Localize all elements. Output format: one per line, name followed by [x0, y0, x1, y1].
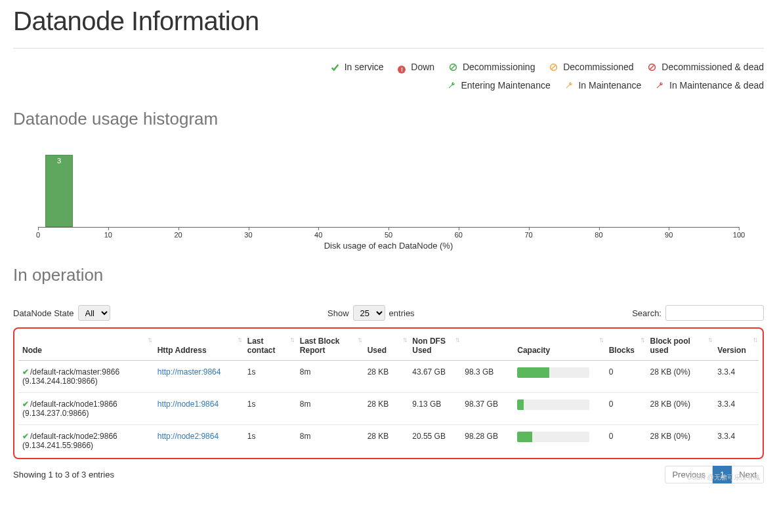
th-non-dfs-used[interactable]: Non DFS Used↑↓ — [408, 331, 461, 361]
sort-icon: ↑↓ — [753, 335, 756, 343]
check-icon: ✔ — [22, 432, 29, 441]
cell-used: 28 KB — [364, 425, 409, 457]
check-icon — [331, 63, 339, 72]
cell-blocks: 0 — [605, 361, 646, 393]
wrench-icon — [448, 81, 456, 90]
cell-last-block-report: 8m — [296, 425, 364, 457]
wrench-icon — [565, 81, 574, 90]
cell-used: 28 KB — [364, 393, 409, 425]
cell-capacity-bar — [513, 361, 604, 393]
th-node[interactable]: Node↑↓ — [18, 331, 154, 361]
table-footer: Showing 1 to 3 of 3 entries Previous 1 N… — [13, 466, 764, 483]
check-icon: ✔ — [22, 367, 29, 377]
th-used[interactable]: Used↑↓ — [364, 331, 409, 361]
th-last-block-report[interactable]: Last Block Report↑↓ — [296, 331, 364, 361]
cell-http: http://master:9864 — [154, 361, 243, 393]
tick: 70 — [524, 231, 532, 239]
histogram-xlabel: Disk usage of each DataNode (%) — [13, 241, 764, 251]
cell-non-dfs-used: 9.13 GB — [408, 393, 461, 425]
sort-icon: ↑↓ — [238, 335, 241, 343]
tick: 40 — [314, 231, 322, 239]
http-link[interactable]: http://master:9864 — [158, 367, 221, 377]
sort-icon: ↑↓ — [290, 335, 293, 343]
search-label: Search: — [632, 308, 662, 318]
controls-row: DataNode State All Show 25 entries Searc… — [13, 305, 764, 321]
cell-node: ✔/default-rack/node1:9866 (9.134.237.0:9… — [18, 393, 154, 425]
table-row: ✔/default-rack/node2:9866 (9.134.241.55:… — [18, 425, 759, 457]
slash-circle-icon — [549, 63, 558, 72]
watermark: CSDN @无糖可乐没有魂 — [687, 473, 760, 482]
tick: 60 — [455, 231, 463, 239]
sort-icon: ↑↓ — [455, 335, 458, 343]
cell-capacity-bar — [513, 425, 604, 457]
table-row: ✔/default-rack/node1:9866 (9.134.237.0:9… — [18, 393, 759, 425]
th-version[interactable]: Version↑↓ — [713, 331, 759, 361]
th-http[interactable]: Http Address↑↓ — [154, 331, 243, 361]
tick: 0 — [36, 231, 40, 239]
cell-blocks: 0 — [605, 425, 646, 457]
legend-label: Entering Maintenance — [461, 80, 551, 91]
cell-last-contact: 1s — [243, 425, 296, 457]
th-block-pool-used[interactable]: Block pool used↑↓ — [646, 331, 714, 361]
legend-down: ! Down — [398, 58, 434, 76]
capacity-bar — [517, 367, 589, 378]
cell-block-pool-used: 28 KB (0%) — [646, 425, 714, 457]
showing-text: Showing 1 to 3 of 3 entries — [13, 470, 114, 480]
legend: In service ! Down Decommissioning Decomm… — [13, 58, 764, 94]
state-select[interactable]: All — [78, 305, 110, 321]
search-input[interactable] — [665, 305, 764, 321]
cell-last-block-report: 8m — [296, 393, 364, 425]
alert-icon: ! — [398, 66, 406, 73]
cell-node: ✔/default-rack/node2:9866 (9.134.241.55:… — [18, 425, 154, 457]
show-select[interactable]: 25 — [353, 305, 385, 321]
sort-icon: ↑↓ — [358, 335, 361, 343]
cell-capacity-text: 98.37 GB — [461, 393, 513, 425]
cell-node: ✔/default-rack/master:9866 (9.134.244.18… — [18, 361, 154, 393]
check-icon: ✔ — [22, 399, 29, 409]
tick: 20 — [174, 231, 182, 239]
tick: 50 — [385, 231, 392, 239]
in-operation-heading: In operation — [13, 265, 764, 285]
th-capacity-text — [461, 331, 513, 361]
th-last-contact[interactable]: Last contact↑↓ — [243, 331, 296, 361]
legend-decommissioned: Decommissioned — [549, 58, 633, 76]
http-link[interactable]: http://node1:9864 — [158, 399, 219, 409]
datanodes-table: Node↑↓ Http Address↑↓ Last contact↑↓ Las… — [18, 331, 759, 457]
capacity-bar — [517, 432, 589, 442]
cell-non-dfs-used: 43.67 GB — [408, 361, 461, 393]
table-row: ✔/default-rack/master:9866 (9.134.244.18… — [18, 361, 759, 393]
legend-entering-maintenance: Entering Maintenance — [448, 76, 551, 94]
tick: 10 — [104, 231, 112, 239]
sort-icon: ↑↓ — [599, 335, 602, 343]
slash-circle-icon — [648, 63, 656, 72]
show-label: Show — [327, 308, 349, 318]
histogram-bar: 3 — [45, 155, 74, 227]
svg-line-1 — [451, 65, 455, 70]
page-title: Datanode Information — [13, 7, 764, 36]
cell-last-contact: 1s — [243, 393, 296, 425]
legend-label: Decommissioned — [563, 62, 633, 72]
th-blocks[interactable]: Blocks↑↓ — [605, 331, 646, 361]
cell-version: 3.3.4 — [713, 393, 759, 425]
cell-blocks: 0 — [605, 393, 646, 425]
legend-label: In Maintenance & dead — [669, 80, 764, 91]
sort-icon: ↑↓ — [402, 335, 406, 343]
svg-line-3 — [552, 65, 556, 70]
table-highlight-frame: Node↑↓ Http Address↑↓ Last contact↑↓ Las… — [13, 327, 764, 459]
legend-in-maintenance: In Maintenance — [565, 76, 642, 94]
cell-non-dfs-used: 20.55 GB — [408, 425, 461, 457]
cell-block-pool-used: 28 KB (0%) — [646, 393, 714, 425]
cell-capacity-bar — [513, 393, 604, 425]
histogram-ticks: 0 10 20 30 40 50 60 70 80 90 100 — [38, 231, 739, 239]
http-link[interactable]: http://node2:9864 — [158, 432, 219, 441]
svg-line-5 — [650, 65, 655, 70]
histogram: 3 0 10 20 30 40 50 60 70 80 90 100 Disk … — [13, 142, 764, 251]
legend-label: In Maintenance — [578, 80, 641, 91]
tick: 30 — [244, 231, 252, 239]
histogram-plot: 3 — [38, 142, 739, 228]
cell-http: http://node1:9864 — [154, 393, 243, 425]
cell-capacity-text: 98.3 GB — [461, 361, 513, 393]
th-capacity[interactable]: Capacity↑↓ — [513, 331, 604, 361]
legend-label: Decommissioned & dead — [662, 62, 764, 72]
cell-version: 3.3.4 — [713, 361, 759, 393]
